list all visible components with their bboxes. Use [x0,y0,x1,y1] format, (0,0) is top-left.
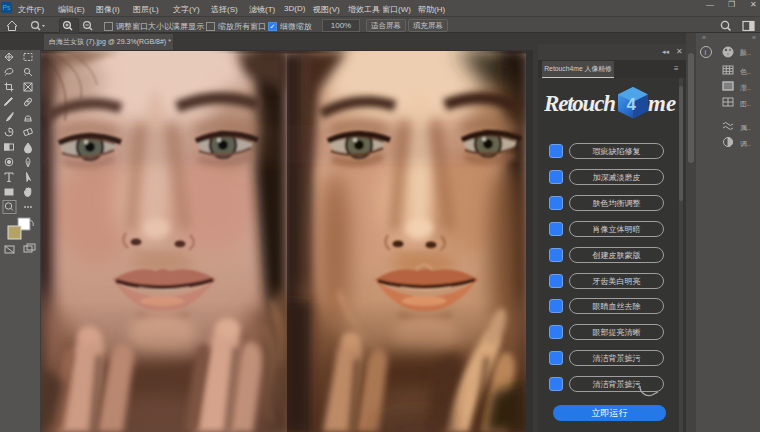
svg-text:颜..: 颜.. [739,49,751,56]
svg-text:色..: 色.. [740,68,751,75]
svg-text:渐..: 渐.. [740,84,751,92]
svg-text:调..: 调.. [740,140,751,148]
svg-text:属..: 属.. [740,124,751,131]
svg-text:4: 4 [627,95,637,114]
svg-text:Retouch: Retouch [544,91,616,116]
svg-text:i: i [705,48,707,57]
svg-text:me: me [648,91,676,116]
svg-text:图..: 图.. [740,100,751,108]
